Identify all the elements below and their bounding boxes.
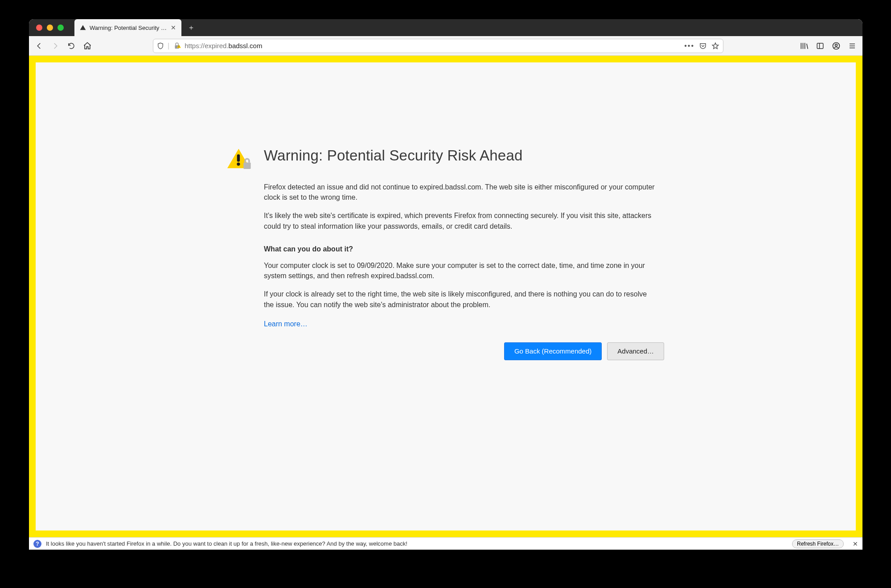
url-bar[interactable]: | https://expired.badssl.com ••• <box>153 39 723 53</box>
reload-button[interactable] <box>65 39 78 53</box>
toolbar: | https://expired.badssl.com ••• <box>29 36 862 56</box>
info-icon: ? <box>33 540 41 548</box>
error-paragraph-1: Firefox detected an issue and did not co… <box>264 182 656 202</box>
error-paragraph-3: Your computer clock is set to 09/09/2020… <box>264 260 656 281</box>
window-close-button[interactable] <box>36 25 42 31</box>
svg-point-7 <box>835 44 838 46</box>
content-area: Warning: Potential Security Risk Ahead F… <box>29 56 862 537</box>
page-actions-button[interactable]: ••• <box>684 42 694 50</box>
window-minimize-button[interactable] <box>47 25 53 31</box>
browser-window: Warning: Potential Security Risk ✕ ＋ | <box>29 19 862 550</box>
tab-close-button[interactable]: ✕ <box>171 24 176 31</box>
page-title: Warning: Potential Security Risk Ahead <box>264 147 523 164</box>
forward-button <box>49 39 62 53</box>
sidebar-button[interactable] <box>813 39 827 53</box>
new-tab-button[interactable]: ＋ <box>187 23 196 32</box>
bookmark-star-icon[interactable] <box>711 42 719 50</box>
warning-triangle-icon <box>227 147 252 172</box>
error-subheading: What can you do about it? <box>264 244 656 254</box>
refresh-firefox-button[interactable]: Refresh Firefox… <box>792 539 844 548</box>
tracking-shield-icon[interactable] <box>157 42 164 49</box>
lock-warning-icon[interactable] <box>173 42 181 50</box>
advanced-button[interactable]: Advanced… <box>607 342 664 360</box>
tab-title: Warning: Potential Security Risk <box>90 25 167 31</box>
notification-bar: ? It looks like you haven't started Fire… <box>29 537 862 550</box>
tab-strip: Warning: Potential Security Risk ✕ ＋ <box>29 19 862 36</box>
url-text: https://expired.badssl.com <box>185 42 262 49</box>
browser-tab[interactable]: Warning: Potential Security Risk ✕ <box>74 19 181 36</box>
svg-rect-3 <box>179 47 179 47</box>
window-zoom-button[interactable] <box>57 25 64 31</box>
error-paragraph-2: It's likely the web site's certificate i… <box>264 210 656 231</box>
error-paragraph-4: If your clock is already set to the righ… <box>264 289 656 309</box>
security-warning-frame: Warning: Potential Security Risk Ahead F… <box>29 56 862 537</box>
url-scheme: https:// <box>185 42 205 49</box>
pocket-icon[interactable] <box>699 42 707 50</box>
window-controls <box>33 25 67 31</box>
app-menu-button[interactable] <box>846 39 859 53</box>
url-subdomain: expired. <box>205 42 228 49</box>
go-back-button[interactable]: Go Back (Recommended) <box>504 342 602 360</box>
account-button[interactable] <box>829 39 843 53</box>
library-button[interactable] <box>797 39 811 53</box>
notification-close-button[interactable]: ✕ <box>853 540 858 547</box>
svg-rect-11 <box>243 162 250 169</box>
url-host: badssl.com <box>229 42 263 49</box>
home-button[interactable] <box>81 39 94 53</box>
learn-more-link[interactable]: Learn more… <box>264 319 308 329</box>
svg-point-10 <box>237 162 240 165</box>
svg-rect-2 <box>179 45 179 47</box>
notification-text: It looks like you haven't started Firefo… <box>46 540 407 547</box>
svg-rect-4 <box>817 43 823 49</box>
back-button[interactable] <box>33 39 46 53</box>
warning-icon <box>80 25 86 31</box>
error-page: Warning: Potential Security Risk Ahead F… <box>227 62 664 360</box>
svg-rect-9 <box>237 154 240 161</box>
